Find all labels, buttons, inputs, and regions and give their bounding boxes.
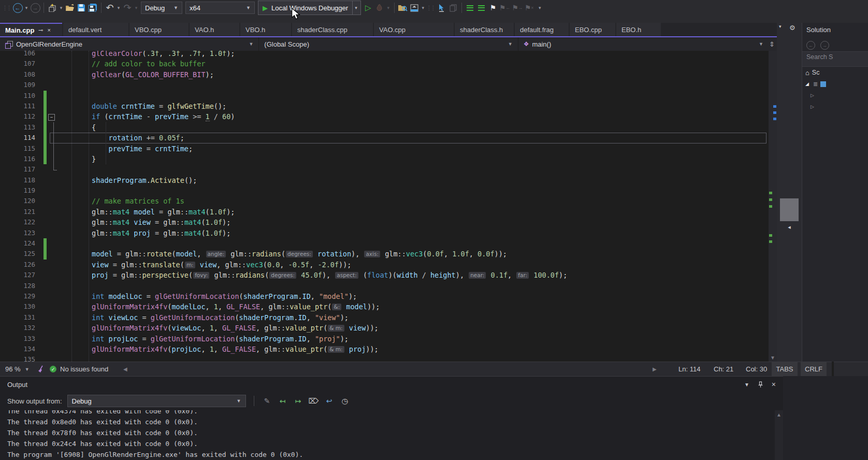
new-project-dropdown[interactable]: ▾: [59, 2, 64, 14]
code-line-107[interactable]: 107 // add color to back buffer: [0, 59, 769, 69]
editor-vertical-scrollbar[interactable]: ▼: [769, 51, 777, 362]
performance-profiler-button[interactable]: [374, 2, 385, 14]
se-back-button[interactable]: ←: [806, 41, 815, 50]
profiler-dropdown[interactable]: ▾: [386, 2, 391, 14]
collapsed-tree-item[interactable]: ▷: [802, 101, 868, 112]
code-line-122[interactable]: 122 glm::mat4 view = glm::mat4(1.0f);: [0, 217, 769, 227]
home-window-dropdown[interactable]: ▾: [421, 2, 426, 14]
next-bookmark-button[interactable]: ⚑→: [512, 2, 524, 14]
scroll-up-arrow-icon[interactable]: ▲: [776, 412, 782, 418]
tab-EBO.h[interactable]: EBO.h: [616, 23, 661, 36]
tab-VAO.cpp[interactable]: VAO.cpp: [374, 23, 454, 36]
home-window-button[interactable]: [409, 2, 419, 14]
tab-default.frag[interactable]: default.frag: [515, 23, 569, 36]
splitter-thumb[interactable]: [780, 198, 799, 221]
redo-dropdown[interactable]: ▾: [134, 2, 139, 14]
copy-parallel-button[interactable]: [448, 2, 458, 14]
line-ending-toggle[interactable]: CRLF: [801, 362, 827, 376]
code-line-134[interactable]: 134 glUniformMatrix4fv(projLoc, 1, GL_FA…: [0, 344, 769, 354]
start-debugging-button[interactable]: ▶ Local Windows Debugger ▾: [258, 1, 361, 15]
code-line-112[interactable]: 112− if (crntTime - prevTime >= 1 / 60): [0, 111, 769, 122]
undo-button[interactable]: ↶: [105, 2, 115, 14]
code-editor[interactable]: 106 glClearColor(.3f, .3f, .7f, 1.0f);10…: [0, 51, 769, 362]
code-line-119[interactable]: 119: [0, 185, 769, 196]
code-line-118[interactable]: 118 shaderProgram.Activate();: [0, 175, 769, 185]
open-file-button[interactable]: [65, 2, 75, 14]
start-debugging-dropdown[interactable]: ▾: [352, 1, 359, 15]
code-line-133[interactable]: 133 int projLoc = glGetUniformLocation(s…: [0, 334, 769, 344]
code-line-135[interactable]: 135: [0, 354, 769, 362]
document-list-dropdown[interactable]: ▾: [779, 24, 782, 29]
code-line-106[interactable]: 106 glClearColor(.3f, .3f, .7f, 1.0f);: [0, 51, 769, 59]
splitter-collapse-icon[interactable]: ◂: [777, 224, 802, 231]
scope-dropdown[interactable]: (Global Scope) ▼: [259, 37, 518, 51]
tab-VAO.h[interactable]: VAO.h: [190, 23, 239, 36]
code-line-110[interactable]: 110: [0, 91, 769, 101]
code-line-127[interactable]: 127 proj = glm::perspective(fovy: glm::r…: [0, 270, 769, 280]
solution-root-item[interactable]: ⌂ Sc: [802, 67, 868, 78]
pin-panel-button[interactable]: [758, 381, 763, 388]
output-source-dropdown[interactable]: Debug ▼: [67, 395, 246, 407]
code-line-117[interactable]: 117: [0, 164, 769, 175]
selection-pointer-button[interactable]: [437, 2, 447, 14]
redo-button[interactable]: ↷: [122, 2, 133, 14]
solution-explorer-search-input[interactable]: Search S: [802, 51, 868, 67]
hscroll-right-arrow-icon[interactable]: ▶: [653, 362, 657, 376]
bookmarks-dropdown[interactable]: ▾: [537, 2, 542, 14]
save-button[interactable]: [76, 2, 86, 14]
editor-split-handle[interactable]: ⇕: [769, 40, 775, 48]
issues-indicator[interactable]: ✓ No issues found: [50, 362, 108, 376]
code-cleanup-button[interactable]: [37, 362, 45, 376]
tab-shaderClass.h[interactable]: shaderClass.h: [455, 23, 514, 36]
code-line-116[interactable]: 116 }: [0, 154, 769, 164]
zoom-level-dropdown[interactable]: 96 % ▼: [2, 362, 34, 376]
code-line-125[interactable]: 125 model = glm::rotate(model, angle: gl…: [0, 249, 769, 259]
previous-bookmark-button[interactable]: ⚑←: [499, 2, 511, 14]
tab-VBO.h[interactable]: VBO.h: [240, 23, 291, 36]
collapsed-tree-item[interactable]: ▷: [802, 90, 868, 101]
increase-indent-button[interactable]: [476, 2, 487, 14]
start-without-debugging-button[interactable]: ▷: [363, 2, 373, 14]
code-line-115[interactable]: 115 prevTime = crntTime;: [0, 143, 769, 154]
tab-default.vert[interactable]: default.vert: [63, 23, 128, 36]
expanded-arrow-icon[interactable]: ◢: [805, 81, 811, 87]
panel-splitter[interactable]: ◂: [777, 23, 802, 362]
toolbar-drag-handle[interactable]: ⋮⋮: [2, 5, 10, 11]
pin-tab-icon[interactable]: ⊸: [38, 27, 43, 34]
toggle-bookmark-button[interactable]: ⚑: [488, 2, 498, 14]
toolbar-drag-handle[interactable]: ⋮⋮: [426, 5, 435, 11]
navigate-back-button[interactable]: ←: [12, 2, 23, 14]
code-line-126[interactable]: 126 view = glm::translate(m: view, glm::…: [0, 260, 769, 270]
next-message-button[interactable]: ↦: [293, 396, 303, 406]
project-dropdown[interactable]: + OpenGlRenderEngine ▼: [0, 37, 259, 51]
previous-message-button[interactable]: ↤: [278, 396, 288, 406]
clear-bookmarks-button[interactable]: ⚑×: [525, 2, 537, 14]
save-all-button[interactable]: [88, 2, 98, 14]
indent-mode-toggle[interactable]: TABS: [772, 362, 798, 376]
output-vertical-scrollbar[interactable]: ▲: [775, 410, 783, 460]
tab-EBO.cpp[interactable]: EBO.cpp: [570, 23, 615, 36]
panel-position-dropdown[interactable]: ▼: [744, 382, 749, 387]
code-line-132[interactable]: 132 glUniformMatrix4fv(viewLoc, 1, GL_FA…: [0, 323, 769, 333]
find-in-files-button[interactable]: [398, 2, 408, 14]
tab-settings-gear-icon[interactable]: ⚙: [789, 24, 795, 32]
code-line-121[interactable]: 121 glm::mat4 model = glm::mat4(1.0f);: [0, 207, 769, 217]
code-line-129[interactable]: 129 int modelLoc = glGetUniformLocation(…: [0, 291, 769, 301]
clear-all-output-button[interactable]: ⌦: [309, 396, 319, 406]
tab-VBO.cpp[interactable]: VBO.cpp: [129, 23, 189, 36]
close-panel-button[interactable]: ×: [772, 380, 776, 389]
decrease-indent-button[interactable]: [465, 2, 475, 14]
collapse-region-icon[interactable]: −: [48, 114, 55, 121]
se-forward-button[interactable]: →: [820, 41, 829, 50]
code-line-131[interactable]: 131 int viewLoc = glGetUniformLocation(s…: [0, 312, 769, 323]
collapsed-arrow-icon[interactable]: ▷: [811, 104, 816, 109]
code-line-128[interactable]: 128: [0, 281, 769, 291]
code-line-113[interactable]: 113 {: [0, 122, 769, 133]
navigate-forward-button[interactable]: →: [30, 2, 40, 14]
code-line-109[interactable]: 109: [0, 80, 769, 90]
member-dropdown[interactable]: ❖ main() ▼ ⇕: [518, 37, 777, 51]
code-line-111[interactable]: 111 double crntTime = glfwGetTime();: [0, 101, 769, 111]
find-message-button[interactable]: ✎: [262, 396, 272, 406]
collapsed-arrow-icon[interactable]: ▷: [811, 93, 816, 98]
solution-configurations-dropdown[interactable]: Debug ▼: [141, 2, 182, 14]
